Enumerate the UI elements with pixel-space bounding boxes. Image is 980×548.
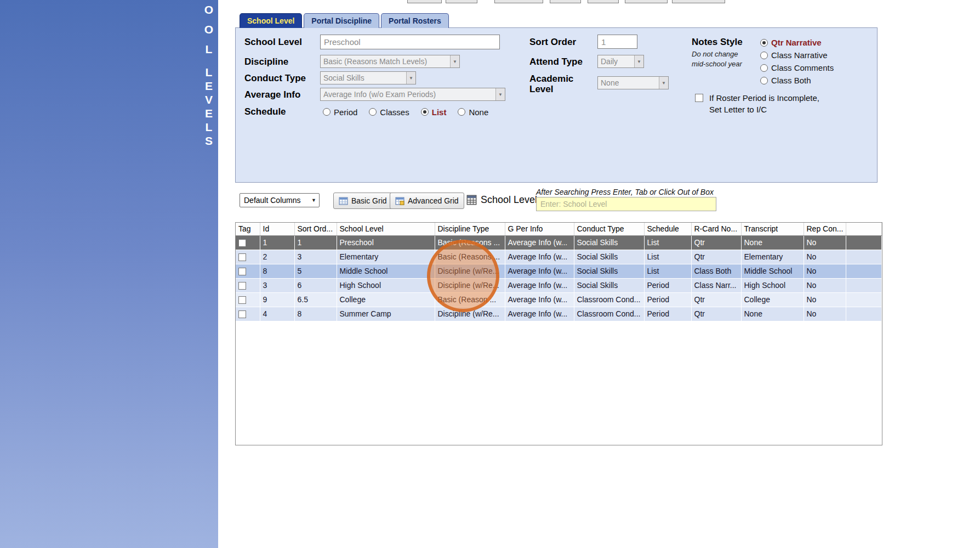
- radio-option-class-both[interactable]: Class Both: [760, 76, 834, 85]
- tab-portal-rosters[interactable]: Portal Rosters: [381, 13, 449, 28]
- radio-option-class-narrative[interactable]: Class Narrative: [760, 50, 834, 60]
- radio-icon[interactable]: [458, 108, 465, 116]
- row-tag-checkbox[interactable]: [238, 239, 246, 247]
- radio-icon[interactable]: [323, 108, 331, 116]
- table-row[interactable]: 36High SchoolDiscipline (w/Re...Average …: [236, 278, 882, 292]
- roster-incomplete-checkbox[interactable]: [695, 94, 703, 102]
- radio-option-qtr-narrative[interactable]: Qtr Narrative: [760, 38, 834, 47]
- partial-toolbar-element: [588, 0, 619, 3]
- row-tag-checkbox[interactable]: [238, 310, 246, 318]
- column-header-r-card-no-[interactable]: R-Card No...: [691, 223, 741, 235]
- row-tag-checkbox[interactable]: [238, 268, 246, 275]
- column-header-school-level[interactable]: School Level: [337, 223, 435, 235]
- tab-school-level[interactable]: School Level: [240, 13, 302, 28]
- school-level-input: [320, 35, 500, 49]
- table-cell: Social Skills: [574, 278, 644, 292]
- basic-grid-button[interactable]: Basic Grid: [333, 193, 392, 209]
- radio-icon[interactable]: [760, 77, 768, 84]
- notes-style-note-line1: Do not change: [692, 50, 738, 58]
- radio-option-none[interactable]: None: [458, 108, 488, 117]
- attend-type-label: Attend Type: [529, 57, 583, 67]
- radio-option-period[interactable]: Period: [323, 108, 357, 117]
- schedule-radio-group: PeriodClassesListNone: [323, 106, 488, 117]
- sidebar: OOL LEVELS: [0, 0, 218, 548]
- table-cell: Preschool: [337, 235, 435, 250]
- schedule-label: Schedule: [244, 106, 286, 117]
- chevron-down-icon: ▼: [659, 77, 668, 89]
- roster-checkbox-label-line1: If Roster Period is Incomplete,: [709, 93, 819, 103]
- table-cell: 6.5: [294, 292, 337, 307]
- table-cell: 2: [260, 250, 294, 264]
- columns-select[interactable]: Default Columns ▼: [240, 193, 320, 207]
- table-row[interactable]: 23ElementaryBasic (Reasons ...Average In…: [236, 250, 882, 264]
- table-cell: 1: [294, 235, 337, 250]
- advanced-grid-button[interactable]: Advanced Grid: [390, 193, 464, 209]
- sort-order-label: Sort Order: [529, 37, 576, 48]
- grid-table: TagIdSort Ord...School LevelDiscipline T…: [236, 223, 882, 321]
- attend-type-select: Daily ▼: [597, 55, 644, 68]
- table-cell: No: [804, 250, 846, 264]
- column-header-discipline-type[interactable]: Discipline Type: [435, 223, 505, 235]
- partial-toolbar-element: [625, 0, 668, 3]
- table-cell: 8: [294, 307, 337, 321]
- column-header-conduct-type[interactable]: Conduct Type: [574, 223, 644, 235]
- table-cell: None: [741, 307, 804, 321]
- filler-cell: [846, 307, 882, 321]
- table-cell: Discipline (w/Re...: [435, 264, 505, 278]
- table-cell: Average Info (w...: [505, 250, 574, 264]
- sort-order-input: [597, 35, 637, 49]
- basic-grid-button-label: Basic Grid: [351, 196, 387, 205]
- radio-option-list[interactable]: List: [421, 108, 447, 117]
- tag-cell: [236, 278, 260, 292]
- column-header-g-per-info[interactable]: G Per Info: [505, 223, 574, 235]
- table-cell: Qtr: [691, 250, 741, 264]
- tag-cell: [236, 250, 260, 264]
- radio-icon[interactable]: [760, 64, 768, 72]
- radio-icon[interactable]: [760, 39, 768, 47]
- average-info-label: Average Info: [244, 89, 300, 100]
- radio-label: Period: [334, 108, 357, 117]
- column-header-schedule[interactable]: Schedule: [644, 223, 691, 235]
- radio-icon[interactable]: [421, 108, 429, 116]
- table-cell: No: [804, 278, 846, 292]
- sidebar-vertical-label: OOL LEVELS: [201, 0, 217, 148]
- search-input[interactable]: [536, 197, 716, 211]
- discipline-label: Discipline: [244, 57, 288, 67]
- table-row[interactable]: 85Middle SchoolDiscipline (w/Re...Averag…: [236, 264, 882, 278]
- tag-cell: [236, 235, 260, 250]
- filler-cell: [846, 235, 882, 250]
- table-cell: List: [644, 264, 691, 278]
- radio-icon[interactable]: [760, 52, 768, 59]
- column-header-tag[interactable]: Tag: [236, 223, 260, 235]
- tab-portal-discipline[interactable]: Portal Discipline: [304, 13, 379, 28]
- table-cell: No: [804, 235, 846, 250]
- record-form-panel: School Level Discipline Basic (Reasons M…: [235, 27, 878, 183]
- search-hint: After Searching Press Enter, Tab or Clic…: [536, 188, 714, 196]
- radio-label: List: [432, 108, 447, 117]
- table-cell: 3: [260, 278, 294, 292]
- row-tag-checkbox[interactable]: [238, 253, 246, 261]
- row-tag-checkbox[interactable]: [238, 282, 246, 290]
- column-header-rep-con-[interactable]: Rep Con...: [804, 223, 846, 235]
- row-tag-checkbox[interactable]: [238, 296, 246, 304]
- column-header-id[interactable]: Id: [260, 223, 294, 235]
- columns-select-value: Default Columns: [244, 196, 301, 205]
- filler-cell: [846, 250, 882, 264]
- radio-label: Class Both: [771, 76, 811, 85]
- partial-toolbar-element: [407, 0, 442, 3]
- table-cell: Social Skills: [574, 235, 644, 250]
- radio-option-classes[interactable]: Classes: [369, 108, 409, 117]
- table-row[interactable]: 11PreschoolBasic (Reasons ...Average Inf…: [236, 235, 882, 250]
- radio-option-class-comments[interactable]: Class Comments: [760, 63, 834, 72]
- table-cell: Middle School: [741, 264, 804, 278]
- table-cell: Qtr: [691, 235, 741, 250]
- table-row[interactable]: 48Summer CampDiscipline (w/Re...Average …: [236, 307, 882, 321]
- radio-icon[interactable]: [369, 108, 377, 116]
- table-cell: 3: [294, 250, 337, 264]
- table-row[interactable]: 96.5CollegeBasic (Reason ...Average Info…: [236, 292, 882, 307]
- table-cell: Elementary: [741, 250, 804, 264]
- column-header-transcript[interactable]: Transcript: [741, 223, 804, 235]
- vertical-letter: L: [206, 65, 213, 79]
- table-grid-icon: [466, 195, 477, 205]
- column-header-sort-ord-[interactable]: Sort Ord...: [294, 223, 337, 235]
